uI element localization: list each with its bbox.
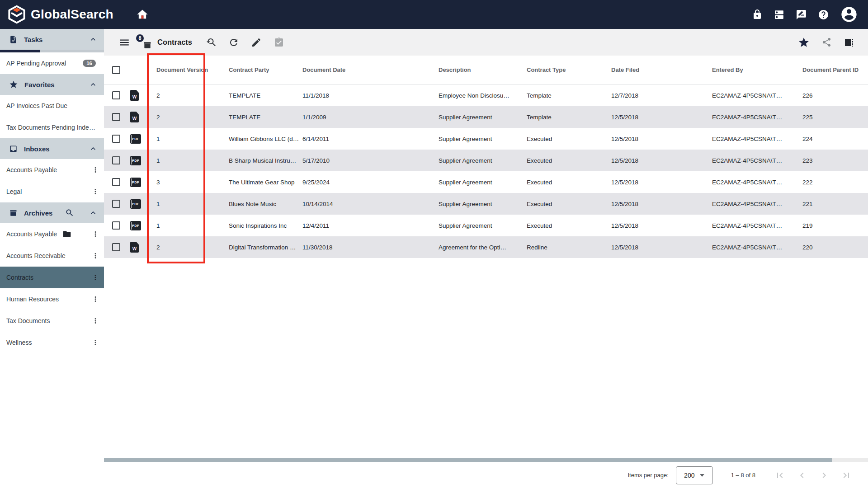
column-header[interactable]: Contract Party (229, 66, 302, 73)
share-icon[interactable] (821, 37, 832, 47)
sidebar-item-inbox-accounts-payable[interactable]: Accounts Payable (0, 159, 104, 181)
column-header[interactable]: Document Parent ID (802, 66, 868, 73)
archive-icon (143, 41, 152, 50)
cell-contract-party: William Gibbons LLC (d… (229, 136, 302, 142)
item-label: AP Pending Approval (6, 60, 66, 67)
sidebar-item-archive-tax-documents[interactable]: Tax Documents (0, 310, 104, 332)
table-row[interactable]: PDF 3 The Ultimate Gear Shop 9/25/2024 S… (104, 171, 868, 193)
kebab-menu-icon[interactable] (91, 295, 99, 303)
edit-icon[interactable] (251, 37, 262, 48)
item-label: Wellness (6, 339, 32, 346)
kebab-menu-icon[interactable] (91, 230, 99, 238)
scrollbar-thumb[interactable] (104, 458, 832, 462)
first-page-icon[interactable] (774, 470, 785, 481)
table-row[interactable]: W 2 TEMPLATE 11/1/2018 Employee Non Disc… (104, 84, 868, 106)
cell-description: Agreement for the Opti… (439, 244, 527, 251)
cell-entered-by: EC2AMAZ-4P5CSNA\T… (712, 222, 802, 229)
sidebar-item-archive-human-resources[interactable]: Human Resources (0, 288, 104, 310)
archive-toolbar: 8 Contracts (104, 29, 868, 56)
chevron-up-icon[interactable] (89, 208, 98, 217)
column-header[interactable]: Contract Type (527, 66, 611, 73)
sidebar-item-archive-accounts-receivable[interactable]: Accounts Receivable (0, 245, 104, 267)
sidebar-section-favorites[interactable]: Favorites (0, 74, 104, 95)
table-row[interactable]: PDF 1 Sonic Inspirations Inc 12/4/2011 S… (104, 215, 868, 236)
column-header[interactable]: Entered By (712, 66, 802, 73)
row-checkbox[interactable] (112, 91, 120, 99)
sidebar-item-archive-wellness[interactable]: Wellness (0, 332, 104, 353)
column-header[interactable]: Document Date (302, 66, 439, 73)
menu-icon[interactable] (118, 37, 130, 48)
kebab-menu-icon[interactable] (91, 252, 99, 260)
favorite-star-icon[interactable] (798, 37, 810, 48)
row-checkbox[interactable] (112, 135, 120, 143)
cell-entered-by: EC2AMAZ-4P5CSNA\T… (712, 201, 802, 207)
kebab-menu-icon[interactable] (91, 166, 99, 174)
search-again-icon[interactable] (206, 37, 217, 48)
column-header[interactable]: Description (439, 66, 527, 73)
sidebar-item-ap-pending-approval[interactable]: AP Pending Approval 16 (0, 52, 104, 74)
file-type-icon: W (130, 112, 139, 122)
table-row[interactable]: W 2 TEMPLATE 1/1/2009 Supplier Agreement… (104, 106, 868, 128)
sidebar-section-tasks[interactable]: Tasks (0, 29, 104, 50)
feedback-icon[interactable] (796, 9, 807, 20)
select-all-checkbox[interactable] (112, 66, 120, 74)
chevron-up-icon[interactable] (89, 144, 98, 153)
table-row[interactable]: PDF 1 William Gibbons LLC (d… 6/14/2011 … (104, 128, 868, 150)
refresh-icon[interactable] (228, 37, 239, 48)
kebab-menu-icon[interactable] (91, 338, 99, 347)
item-label: Contracts (6, 274, 33, 281)
row-checkbox[interactable] (112, 178, 120, 186)
cell-description: Supplier Agreement (439, 136, 527, 142)
folder-icon[interactable] (62, 230, 71, 239)
chevron-up-icon[interactable] (89, 35, 98, 44)
last-page-icon[interactable] (841, 470, 852, 481)
sidebar-item-tax-documents-pending[interactable]: Tax Documents Pending Inde… (0, 117, 104, 138)
table-row[interactable]: PDF 1 B Sharp Musical Instru… 5/17/2010 … (104, 150, 868, 171)
page-size-select[interactable]: 200 (676, 466, 713, 484)
user-avatar[interactable] (840, 5, 858, 23)
column-header[interactable]: Date Filed (611, 66, 712, 73)
cell-document-date: 1/1/2009 (302, 114, 439, 121)
cell-description: Supplier Agreement (439, 179, 527, 186)
column-header[interactable]: Document Version (156, 66, 229, 73)
sidebar-item-archive-contracts[interactable]: Contracts (0, 267, 104, 288)
next-page-icon[interactable] (819, 470, 830, 481)
file-type-icon: W (130, 90, 139, 101)
previous-page-icon[interactable] (797, 470, 807, 481)
kebab-menu-icon[interactable] (91, 273, 99, 282)
cell-date-filed: 12/5/2018 (611, 179, 712, 186)
kebab-menu-icon[interactable] (91, 188, 99, 196)
sidebar-section-inboxes[interactable]: Inboxes (0, 138, 104, 159)
app-logo[interactable]: GlobalSearch (0, 5, 113, 24)
cell-document-version: 1 (156, 222, 229, 229)
archive-count-badge: 8 (135, 33, 145, 43)
row-checkbox[interactable] (112, 243, 120, 251)
view-column-icon[interactable] (844, 37, 854, 48)
cell-date-filed: 12/5/2018 (611, 222, 712, 229)
home-icon[interactable] (136, 8, 149, 21)
search-icon[interactable] (65, 208, 74, 217)
cell-document-parent-id: 219 (802, 222, 868, 229)
kebab-menu-icon[interactable] (91, 317, 99, 325)
row-checkbox[interactable] (112, 156, 120, 164)
table-row[interactable]: PDF 1 Blues Note Music 10/14/2014 Suppli… (104, 193, 868, 215)
sidebar-section-archives[interactable]: Archives (0, 202, 104, 223)
cell-description: Supplier Agreement (439, 114, 527, 121)
sidebar-item-archive-accounts-payable[interactable]: Accounts Payable (0, 223, 104, 245)
cell-document-date: 11/1/2018 (302, 92, 439, 99)
horizontal-scrollbar[interactable] (104, 458, 868, 462)
chevron-up-icon[interactable] (89, 80, 98, 89)
table-row[interactable]: W 2 Digital Transformation … 11/30/2018 … (104, 236, 868, 258)
page-title: Contracts (157, 38, 192, 47)
row-checkbox[interactable] (112, 200, 120, 208)
cell-document-version: 2 (156, 244, 229, 251)
sidebar: Tasks AP Pending Approval 16 Favorites A… (0, 29, 104, 488)
help-icon[interactable] (818, 9, 829, 20)
row-checkbox[interactable] (112, 221, 120, 230)
row-checkbox[interactable] (112, 113, 120, 121)
dns-icon[interactable] (774, 9, 785, 20)
cell-document-parent-id: 220 (802, 244, 868, 251)
lock-icon[interactable] (752, 9, 763, 20)
sidebar-item-ap-invoices-past-due[interactable]: AP Invoices Past Due (0, 95, 104, 117)
sidebar-item-inbox-legal[interactable]: Legal (0, 181, 104, 202)
